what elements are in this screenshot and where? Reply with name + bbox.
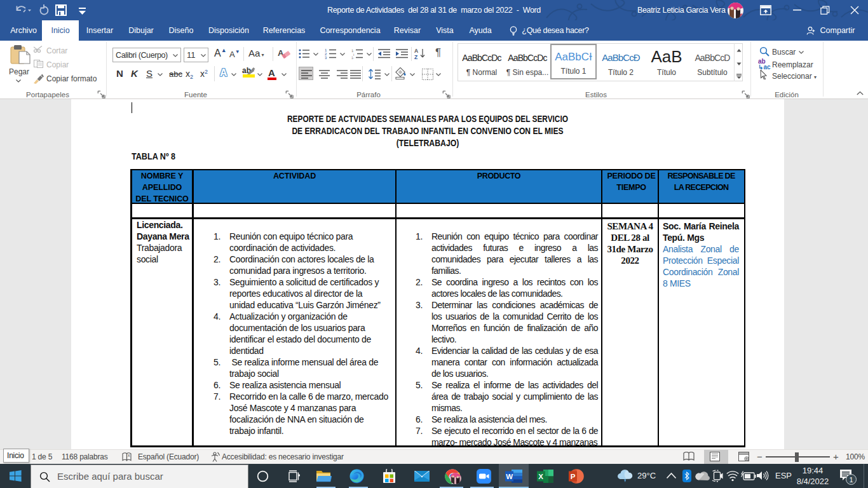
svg-text:x: x: [128, 453, 130, 458]
svg-text:3: 3: [325, 56, 327, 59]
svg-text:X: X: [538, 473, 543, 480]
svg-text:Z: Z: [414, 54, 417, 60]
svg-text:1-: 1-: [351, 56, 355, 59]
svg-text:P: P: [571, 473, 576, 480]
svg-text:A: A: [414, 48, 418, 54]
svg-text:W: W: [506, 473, 513, 480]
